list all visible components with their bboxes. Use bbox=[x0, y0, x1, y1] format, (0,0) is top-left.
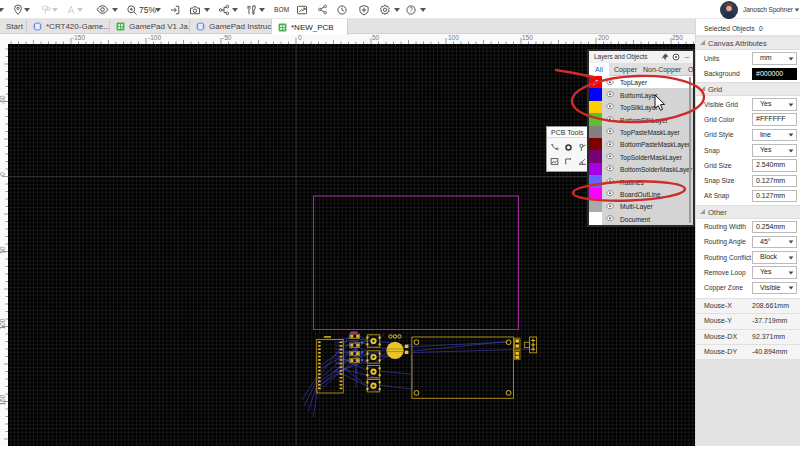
svg-text:50: 50 bbox=[0, 246, 6, 254]
svg-text:?: ? bbox=[409, 6, 413, 13]
svg-text:-50: -50 bbox=[0, 95, 6, 105]
svg-text:100: 100 bbox=[0, 318, 6, 329]
svg-text:0: 0 bbox=[0, 172, 6, 176]
svg-text:150: 150 bbox=[0, 394, 6, 405]
